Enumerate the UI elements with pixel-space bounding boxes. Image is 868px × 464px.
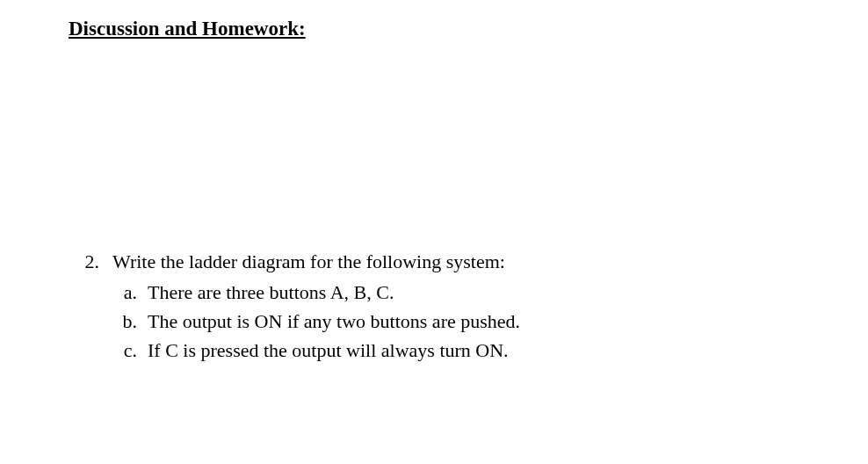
sub-item: c. If C is pressed the output will alway… bbox=[112, 336, 868, 365]
sub-list: a. There are three buttons A, B, C. b. T… bbox=[69, 278, 868, 365]
sub-item: a. There are three buttons A, B, C. bbox=[112, 278, 868, 307]
sub-item-text: The output is ON if any two buttons are … bbox=[148, 307, 520, 336]
sub-item-text: There are three buttons A, B, C. bbox=[148, 278, 394, 307]
question-number: 2. bbox=[69, 247, 112, 276]
section-heading: Discussion and Homework: bbox=[69, 18, 868, 40]
question-block: 2. Write the ladder diagram for the foll… bbox=[69, 247, 868, 365]
sub-item-label: b. bbox=[112, 307, 148, 336]
sub-item-text: If C is pressed the output will always t… bbox=[148, 336, 509, 365]
sub-item-label: a. bbox=[112, 278, 148, 307]
sub-item: b. The output is ON if any two buttons a… bbox=[112, 307, 868, 336]
sub-item-label: c. bbox=[112, 336, 148, 365]
question-text: Write the ladder diagram for the followi… bbox=[112, 247, 505, 276]
question-row: 2. Write the ladder diagram for the foll… bbox=[69, 247, 868, 276]
